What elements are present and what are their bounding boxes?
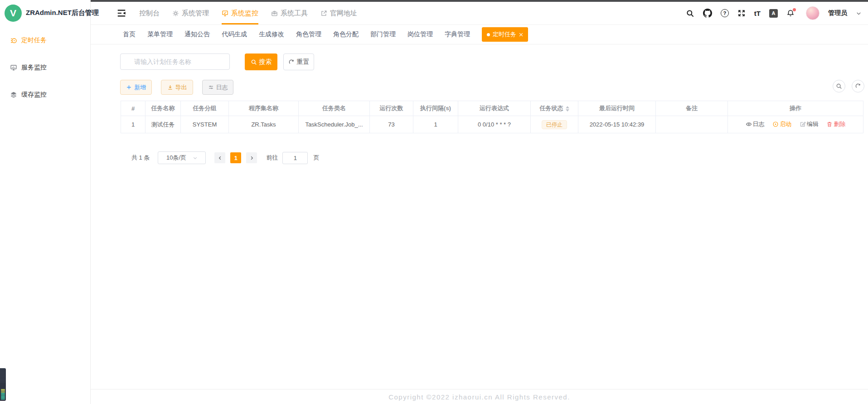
sidebar-item-service-monitor[interactable]: 服务监控 <box>0 54 90 81</box>
sidebar-item-cache-monitor[interactable]: 缓存监控 <box>0 81 90 108</box>
tab-post-management[interactable]: 岗位管理 <box>407 30 433 39</box>
sidebar-menu: 定时任务 服务监控 缓存监控 <box>0 26 90 108</box>
tab-generation-edit[interactable]: 生成修改 <box>259 30 284 39</box>
copyright-text: Copyright ©2022 izhaorui.cn All Rights R… <box>388 393 570 401</box>
nav-item-label: 系统监控 <box>231 9 258 18</box>
reset-button[interactable]: 重置 <box>283 54 314 70</box>
page-size-select[interactable]: 10条/页 <box>158 151 206 164</box>
table-row: 1 测试任务 SYSTEM ZR.Tasks TaskScheduler.Job… <box>121 116 863 133</box>
toolbox-icon <box>271 10 278 17</box>
active-tab-label: 定时任务 <box>493 30 516 39</box>
tab-role-assignment[interactable]: 角色分配 <box>333 30 359 39</box>
collapse-sidebar-icon[interactable] <box>116 8 126 18</box>
refresh-icon <box>288 59 295 65</box>
status-badge: 已停止 <box>542 120 567 129</box>
cell-last-run-time: 2022-05-15 10:42:39 <box>578 116 656 133</box>
logo-icon: V <box>5 5 22 22</box>
nav-item-system-monitor[interactable]: 系统监控 <box>222 2 258 24</box>
page-unit-label: 页 <box>313 154 319 162</box>
sort-caret-icons[interactable] <box>566 106 569 112</box>
search-input[interactable] <box>120 54 230 70</box>
nav-item-label: 官网地址 <box>330 9 357 18</box>
tab-home[interactable]: 首页 <box>123 30 136 39</box>
nav-item-official-site[interactable]: 官网地址 <box>320 2 357 24</box>
search-icon[interactable] <box>686 9 694 18</box>
cell-task-group: SYSTEM <box>181 116 229 133</box>
search-button[interactable]: 搜索 <box>245 54 277 70</box>
tab-role-management[interactable]: 角色管理 <box>296 30 321 39</box>
column-header-interval: 执行间隔(s) <box>413 101 458 116</box>
cell-cron: 0 0/10 * * * ? <box>458 116 531 133</box>
eye-icon <box>746 121 752 127</box>
current-page-button[interactable]: 1 <box>230 152 241 163</box>
footer: Copyright ©2022 izhaorui.cn All Rights R… <box>91 389 868 404</box>
nav-item-label: 系统工具 <box>281 9 308 18</box>
nav-item-system-management[interactable]: 系统管理 <box>172 2 209 24</box>
column-header-class-name: 任务类名 <box>299 101 370 116</box>
header-actions: ? tT A 管理员 <box>686 6 868 20</box>
pagination: 共 1 条 10条/页 1 前往 页 <box>131 151 319 164</box>
column-header-actions: 操作 <box>728 101 863 116</box>
chevron-down-icon <box>193 156 198 161</box>
user-name[interactable]: 管理员 <box>828 9 847 17</box>
tab-code-generation[interactable]: 代码生成 <box>222 30 247 39</box>
row-action-log[interactable]: 日志 <box>746 120 765 128</box>
app-logo[interactable]: V ZRAdmin.NET后台管理 <box>0 0 90 26</box>
log-button[interactable]: 日志 <box>202 80 233 95</box>
goto-page-input[interactable] <box>282 152 308 164</box>
sidebar-item-scheduled-tasks[interactable]: 定时任务 <box>0 27 90 54</box>
next-page-button[interactable] <box>246 152 257 163</box>
cell-class-name: TaskScheduler.Job_... <box>299 116 370 133</box>
edit-icon <box>800 121 806 127</box>
nav-item-system-tools[interactable]: 系统工具 <box>271 2 308 24</box>
sidebar: V ZRAdmin.NET后台管理 定时任务 服务监控 缓存监控 <box>0 0 91 404</box>
tab-bar: 首页 菜单管理 通知公告 代码生成 生成修改 角色管理 角色分配 部门管理 岗位… <box>91 25 868 44</box>
sliders-icon <box>208 84 214 90</box>
cell-run-times: 73 <box>370 116 413 133</box>
row-action-delete[interactable]: 删除 <box>826 120 845 128</box>
tab-dict-management[interactable]: 字典管理 <box>445 30 470 39</box>
goto-label: 前往 <box>266 154 278 162</box>
chevron-down-icon[interactable] <box>856 10 862 16</box>
sidebar-item-label: 服务监控 <box>21 63 47 72</box>
tab-department-management[interactable]: 部门管理 <box>370 30 396 39</box>
column-header-task-group: 任务分组 <box>181 101 229 116</box>
performance-monitor-widget[interactable] <box>0 368 6 401</box>
nav-item-console[interactable]: 控制台 <box>139 2 160 24</box>
cell-status: 已停止 <box>531 116 578 133</box>
tab-notice[interactable]: 通知公告 <box>184 30 210 39</box>
fullscreen-icon[interactable] <box>737 9 746 17</box>
translate-icon[interactable]: A <box>769 9 778 18</box>
cell-remark <box>656 116 728 133</box>
column-header-status[interactable]: 任务状态 <box>531 101 578 116</box>
column-header-remark: 备注 <box>656 101 728 116</box>
download-icon <box>167 84 173 90</box>
timer-icon <box>10 37 17 44</box>
prev-page-button[interactable] <box>214 152 225 163</box>
tab-scheduled-tasks-active[interactable]: 定时任务 <box>482 27 528 42</box>
toggle-search-button[interactable] <box>833 80 845 92</box>
avatar[interactable] <box>806 6 820 20</box>
trash-icon <box>826 121 833 127</box>
bell-icon[interactable] <box>786 9 795 17</box>
add-button[interactable]: 新增 <box>120 80 152 95</box>
font-size-icon[interactable]: tT <box>754 10 761 17</box>
tab-menu-management[interactable]: 菜单管理 <box>147 30 173 39</box>
monitor-check-icon <box>222 10 228 17</box>
column-header-run-times: 运行次数 <box>370 101 413 116</box>
cache-layers-icon <box>10 91 17 98</box>
close-icon[interactable] <box>519 33 523 37</box>
refresh-table-button[interactable] <box>852 80 864 92</box>
export-button[interactable]: 导出 <box>161 80 193 95</box>
help-icon[interactable]: ? <box>721 9 729 17</box>
row-action-start[interactable]: 启动 <box>772 120 791 128</box>
column-header-index: # <box>121 101 145 116</box>
row-action-edit[interactable]: 编辑 <box>800 120 819 128</box>
gear-icon <box>172 10 179 17</box>
sidebar-item-label: 定时任务 <box>21 36 47 44</box>
cell-interval: 1 <box>413 116 458 133</box>
nav-item-label: 控制台 <box>139 9 160 18</box>
github-icon[interactable] <box>703 9 712 18</box>
cell-actions: 日志 启动 编辑 <box>728 116 863 133</box>
cell-assembly: ZR.Tasks <box>229 116 299 133</box>
